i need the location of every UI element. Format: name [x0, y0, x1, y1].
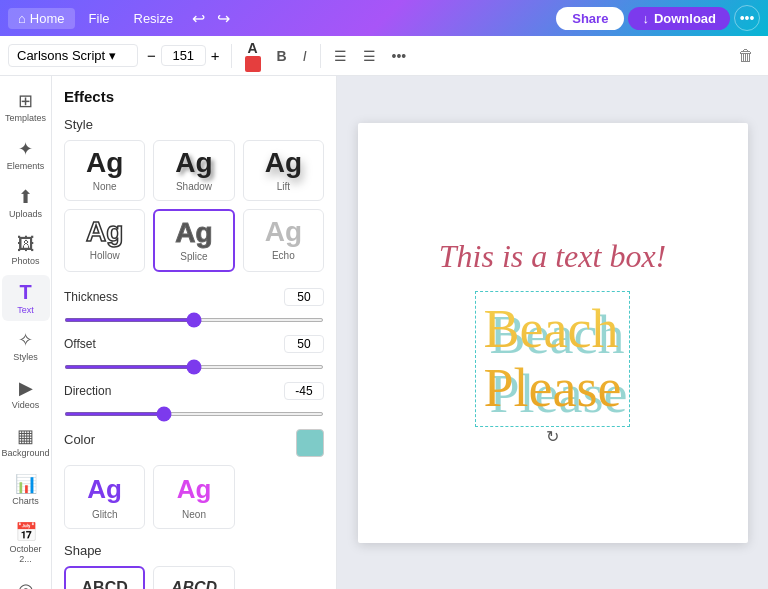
uploads-icon: ⬆ [18, 186, 33, 208]
effects-panel: Effects Style Ag None Ag Shadow Ag Lift … [52, 76, 337, 589]
shape-normal[interactable]: ABCD [64, 566, 145, 589]
style-splice-preview: Ag [175, 219, 212, 247]
style-lift-label: Lift [277, 181, 290, 192]
glitch-preview: Ag [87, 474, 122, 505]
charts-icon: 📊 [15, 473, 37, 495]
offset-value[interactable] [284, 335, 324, 353]
font-size-increase[interactable]: + [208, 47, 223, 64]
shape-italic[interactable]: ABCD [153, 566, 234, 589]
sidebar-item-logos[interactable]: ◎ Logos [2, 573, 50, 589]
direction-value[interactable] [284, 382, 324, 400]
videos-icon: ▶ [19, 377, 33, 399]
download-label: Download [654, 11, 716, 26]
october-icon: 📅 [15, 521, 37, 543]
sidebar-item-photos[interactable]: 🖼 Photos [2, 228, 50, 273]
share-button[interactable]: Share [556, 7, 624, 30]
italic-button[interactable]: I [298, 45, 312, 67]
redo-button[interactable]: ↪ [212, 7, 235, 30]
left-sidebar: ⊞ Templates ✦ Elements ⬆ Uploads 🖼 Photo… [0, 76, 52, 589]
style-lift-preview: Ag [265, 149, 302, 177]
home-icon: ⌂ [18, 11, 26, 26]
style-echo[interactable]: Ag Echo [243, 209, 324, 272]
rotate-handle[interactable]: ↻ [546, 427, 559, 446]
styles-icon: ✧ [18, 329, 33, 351]
sidebar-item-october[interactable]: 📅 October 2... [2, 515, 50, 571]
sidebar-item-videos[interactable]: ▶ Videos [2, 371, 50, 417]
font-size-control: − + [144, 45, 223, 66]
home-button[interactable]: ⌂ Home [8, 8, 75, 29]
background-icon: ▦ [17, 425, 34, 447]
elements-icon: ✦ [18, 138, 33, 160]
shape-section-title: Shape [64, 543, 324, 558]
sidebar-item-charts[interactable]: 📊 Charts [2, 467, 50, 513]
templates-icon: ⊞ [18, 90, 33, 112]
text-box-2[interactable]: BeachPlease BeachPlease ↻ [475, 291, 631, 428]
style-lift[interactable]: Ag Lift [243, 140, 324, 201]
separator [231, 44, 232, 68]
undo-redo-group: ↩ ↪ [187, 7, 235, 30]
style-splice-label: Splice [180, 251, 207, 262]
color-section-title: Color [64, 432, 95, 447]
download-button[interactable]: ↓ Download [628, 7, 730, 30]
home-label: Home [30, 11, 65, 26]
thickness-slider[interactable] [64, 318, 324, 322]
font-size-decrease[interactable]: − [144, 47, 159, 64]
list-button[interactable]: ☰ [358, 45, 381, 67]
resize-button[interactable]: Resize [124, 8, 184, 29]
beach-please-container: BeachPlease BeachPlease [484, 300, 622, 419]
effect-neon[interactable]: Ag Neon [153, 465, 234, 529]
download-icon: ↓ [642, 11, 649, 26]
bold-button[interactable]: B [272, 45, 292, 67]
font-size-input[interactable] [161, 45, 206, 66]
text-color-button[interactable]: A [240, 37, 266, 75]
style-shadow-preview: Ag [175, 149, 212, 177]
style-echo-label: Echo [272, 250, 295, 261]
sidebar-item-templates[interactable]: ⊞ Templates [2, 84, 50, 130]
effect-grid: Ag Glitch Ag Neon [64, 465, 324, 529]
shape-italic-preview: ABCD [171, 579, 217, 589]
style-hollow-preview: Ag [86, 218, 123, 246]
font-selector[interactable]: Carlsons Script ▾ [8, 44, 138, 67]
offset-label: Offset [64, 337, 96, 351]
neon-label: Neon [182, 509, 206, 520]
thickness-row: Thickness [64, 288, 324, 325]
offset-row: Offset [64, 335, 324, 372]
direction-label: Direction [64, 384, 111, 398]
direction-slider[interactable] [64, 412, 324, 416]
style-splice[interactable]: Ag Splice [153, 209, 234, 272]
thickness-label: Thickness [64, 290, 118, 304]
style-none-label: None [93, 181, 117, 192]
text-color-swatch [245, 56, 261, 72]
sidebar-item-background[interactable]: ▦ Background [2, 419, 50, 465]
align-button[interactable]: ☰ [329, 45, 352, 67]
photos-icon: 🖼 [17, 234, 35, 255]
offset-slider[interactable] [64, 365, 324, 369]
delete-button[interactable]: 🗑 [732, 44, 760, 68]
effect-glitch[interactable]: Ag Glitch [64, 465, 145, 529]
style-shadow[interactable]: Ag Shadow [153, 140, 234, 201]
sidebar-item-text[interactable]: T Text [2, 275, 50, 322]
undo-button[interactable]: ↩ [187, 7, 210, 30]
canvas: This is a text box! BeachPlease BeachPle… [358, 123, 748, 543]
more-text-options[interactable]: ••• [387, 45, 412, 67]
file-button[interactable]: File [79, 8, 120, 29]
color-swatch[interactable] [296, 429, 324, 457]
topbar: ⌂ Home File Resize ↩ ↪ Share ↓ Download … [0, 0, 768, 36]
topbar-more-button[interactable]: ••• [734, 5, 760, 31]
style-hollow[interactable]: Ag Hollow [64, 209, 145, 272]
style-none[interactable]: Ag None [64, 140, 145, 201]
sidebar-item-elements[interactable]: ✦ Elements [2, 132, 50, 178]
sidebar-item-styles[interactable]: ✧ Styles [2, 323, 50, 369]
direction-row: Direction [64, 382, 324, 419]
style-none-preview: Ag [86, 149, 123, 177]
panel-title: Effects [64, 88, 324, 105]
shape-section: Shape ABCD ABCD [64, 543, 324, 589]
style-section-title: Style [64, 117, 324, 132]
canvas-area: This is a text box! BeachPlease BeachPle… [337, 76, 768, 589]
style-hollow-label: Hollow [90, 250, 120, 261]
color-section: Color Ag Glitch Ag Neon [64, 429, 324, 529]
style-grid: Ag None Ag Shadow Ag Lift Ag Hollow Ag S… [64, 140, 324, 272]
sidebar-item-uploads[interactable]: ⬆ Uploads [2, 180, 50, 226]
text-box-1[interactable]: This is a text box! [439, 238, 667, 275]
thickness-value[interactable] [284, 288, 324, 306]
